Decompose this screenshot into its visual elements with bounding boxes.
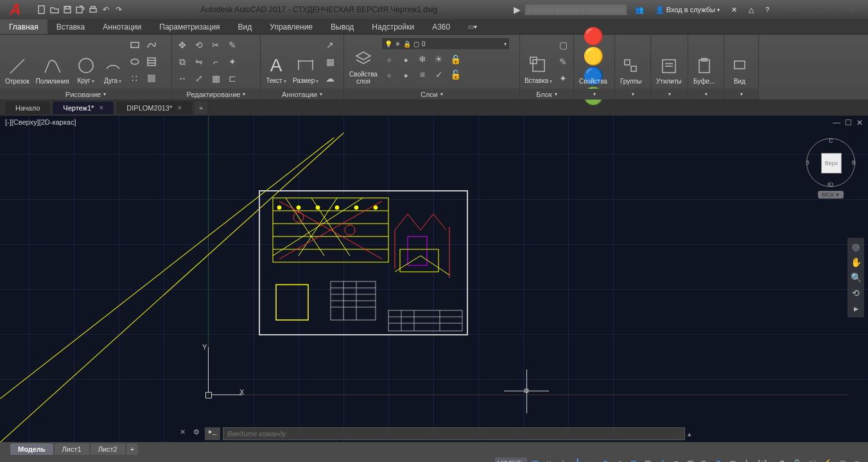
- layout-tab-add[interactable]: +: [126, 443, 138, 455]
- exchange-icon[interactable]: ✕: [727, 3, 741, 16]
- rect-icon[interactable]: [127, 37, 143, 53]
- layer-dropdown[interactable]: 💡☀🔒▢ 0 ▾: [381, 37, 510, 50]
- scale-icon[interactable]: ⤢: [191, 71, 207, 86]
- view-cube[interactable]: Верх С З В Ю МСК ▾: [806, 138, 855, 199]
- offset-icon[interactable]: ⊏: [225, 71, 240, 86]
- orbit-icon[interactable]: ⟲: [849, 287, 862, 299]
- dimension-button[interactable]: Размер: [290, 37, 321, 86]
- tab-switch[interactable]: ▭▾: [459, 19, 486, 34]
- help-icon[interactable]: ?: [761, 3, 773, 16]
- command-input[interactable]: [223, 427, 685, 440]
- layiso-icon[interactable]: ⬦: [381, 67, 397, 82]
- text-button[interactable]: A Текст: [263, 37, 289, 86]
- lock-ui-icon[interactable]: 🔒: [790, 458, 804, 462]
- plot-icon[interactable]: [87, 4, 99, 15]
- create-block-icon[interactable]: ▢: [555, 37, 571, 53]
- workspace-switch-icon[interactable]: ⚙: [776, 458, 788, 462]
- layon-icon[interactable]: ⬥: [398, 51, 413, 67]
- infer-icon[interactable]: ⊥: [557, 458, 569, 462]
- utils-button[interactable]: Утилиты: [654, 37, 684, 86]
- tab-parametric[interactable]: Параметризация: [150, 19, 229, 34]
- cleanscreen-icon[interactable]: ▢: [836, 458, 849, 462]
- tab-close-icon[interactable]: ×: [99, 103, 103, 112]
- tab-drawing-other[interactable]: DIPLOM2013*×: [116, 102, 192, 114]
- tab-start[interactable]: Начало: [5, 102, 50, 114]
- pan-icon[interactable]: ✋: [849, 256, 862, 269]
- workspace-icon[interactable]: 人: [740, 458, 753, 462]
- layer-props-button[interactable]: Свойства слоя: [347, 37, 380, 86]
- explode-icon[interactable]: ✦: [225, 54, 240, 69]
- layulk-icon[interactable]: 🔓: [448, 67, 464, 82]
- trim-icon[interactable]: ✂: [208, 37, 223, 53]
- viewport-controls[interactable]: [-][Сверху][2D-каркас]: [5, 118, 76, 126]
- region-icon[interactable]: [144, 71, 159, 86]
- layuniso-icon[interactable]: ⬥: [398, 67, 413, 82]
- group-button[interactable]: Группы: [618, 37, 644, 86]
- dynamic-input-icon[interactable]: ╋: [571, 458, 584, 462]
- mirror-icon[interactable]: ⇋: [191, 54, 207, 69]
- layoff-icon[interactable]: ⬦: [381, 51, 397, 67]
- tab-new-icon[interactable]: +: [195, 102, 207, 114]
- properties-button[interactable]: 🔴🟡🔵🟢Свойства: [577, 37, 610, 86]
- tab-manage[interactable]: Управление: [261, 19, 322, 34]
- tab-view[interactable]: Вид: [229, 19, 261, 34]
- steering-wheel-icon[interactable]: ◎: [849, 240, 862, 253]
- cmd-prompt-icon[interactable]: ▸_: [205, 427, 220, 440]
- array-icon[interactable]: ▦: [208, 71, 223, 86]
- leader-icon[interactable]: ↗: [322, 37, 338, 53]
- arc-button[interactable]: Дуга: [100, 37, 126, 86]
- annoscale-icon[interactable]: ⚖: [726, 458, 739, 462]
- insert-button[interactable]: Вставка: [523, 37, 554, 86]
- saveas-icon[interactable]: [74, 4, 86, 15]
- redo-icon[interactable]: ↷: [113, 4, 125, 15]
- fillet-icon[interactable]: ⌐: [208, 54, 223, 69]
- isodraft-icon[interactable]: ◇: [613, 458, 626, 462]
- laythw-icon[interactable]: ☀: [431, 51, 447, 67]
- signin-button[interactable]: 👤Вход в службы▾: [652, 3, 724, 16]
- close-icon[interactable]: ✕: [838, 0, 868, 19]
- layout-tab-sheet1[interactable]: Лист1: [55, 443, 89, 455]
- customize-icon[interactable]: ≡: [850, 458, 863, 462]
- cmd-customize-icon[interactable]: ⚙: [191, 428, 202, 440]
- hwaccel-icon[interactable]: ⚡: [820, 458, 835, 462]
- laycur-icon[interactable]: ✓: [431, 67, 447, 82]
- tab-output[interactable]: Вывод: [322, 19, 363, 34]
- lineweight-icon[interactable]: ≡: [670, 458, 682, 462]
- line-button[interactable]: Отрезок: [3, 37, 32, 86]
- cloud-icon[interactable]: ☁: [322, 71, 338, 86]
- stretch-icon[interactable]: ↔: [175, 71, 190, 86]
- move-icon[interactable]: ✥: [175, 37, 190, 53]
- layout-tab-sheet2[interactable]: Лист2: [91, 443, 125, 455]
- table-icon[interactable]: ▦: [322, 54, 338, 69]
- tab-a360[interactable]: A360: [423, 19, 459, 34]
- circle-button[interactable]: Круг: [73, 37, 99, 86]
- drawing-viewport[interactable]: X Y [-][Сверху][2D-каркас] — ☐ ✕ Верх С …: [0, 116, 868, 442]
- point-icon[interactable]: ∷: [127, 71, 143, 86]
- laylck-icon[interactable]: 🔒: [448, 51, 464, 67]
- model-space-toggle[interactable]: МОДЕЛЬ: [495, 458, 527, 462]
- polar-icon[interactable]: ⊕: [599, 458, 612, 462]
- snap-icon[interactable]: ∷: [542, 458, 555, 462]
- undo-icon[interactable]: ↶: [100, 4, 112, 15]
- new-icon[interactable]: [36, 4, 48, 15]
- wcs-dropdown[interactable]: МСК ▾: [818, 191, 844, 199]
- annomonitor-icon[interactable]: ⊕: [712, 458, 725, 462]
- 3dosnap-icon[interactable]: ⊟: [641, 458, 654, 462]
- search-input[interactable]: [525, 4, 627, 15]
- tab-close-icon[interactable]: ×: [177, 103, 182, 112]
- app-logo[interactable]: A: [3, 0, 28, 22]
- layfrz-icon[interactable]: ❄: [415, 51, 430, 67]
- clipboard-button[interactable]: Буфе...: [691, 37, 717, 86]
- polyline-button[interactable]: Полилиния: [33, 37, 72, 86]
- maximize-icon[interactable]: ☐: [809, 0, 838, 19]
- osnap-icon[interactable]: ⊡: [627, 458, 640, 462]
- showmotion-icon[interactable]: ▸: [849, 302, 862, 315]
- save-icon[interactable]: [62, 4, 73, 15]
- vp-maximize-icon[interactable]: ☐: [844, 118, 853, 127]
- cycling-icon[interactable]: ⟳: [698, 458, 711, 462]
- grid-icon[interactable]: ▦: [528, 458, 541, 462]
- layout-tab-model[interactable]: Модель: [10, 443, 53, 455]
- annotation-scale[interactable]: 1:1▾: [754, 458, 774, 462]
- open-icon[interactable]: [49, 4, 60, 15]
- transparency-icon[interactable]: ▨: [684, 458, 697, 462]
